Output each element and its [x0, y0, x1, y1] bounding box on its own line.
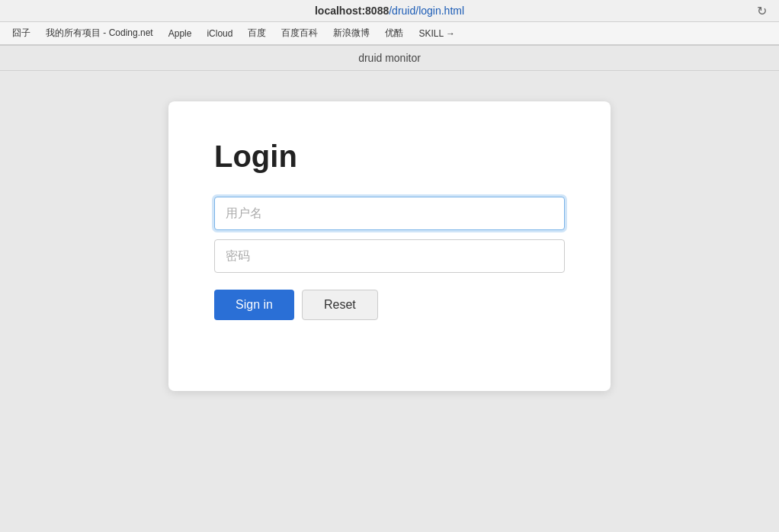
reload-icon[interactable]: ↻	[757, 4, 767, 18]
address-path: /druid/login.html	[389, 5, 464, 17]
password-input[interactable]	[214, 239, 565, 273]
bookmark-item[interactable]: 囧子	[6, 25, 37, 41]
login-form: Sign in Reset	[214, 197, 565, 320]
login-card: Login Sign in Reset	[168, 101, 611, 391]
signin-button[interactable]: Sign in	[214, 290, 294, 320]
bookmark-item[interactable]: iCloud	[200, 27, 239, 40]
bookmark-item[interactable]: 百度百科	[275, 25, 324, 41]
login-title: Login	[214, 139, 565, 174]
bookmark-item[interactable]: 优酷	[379, 25, 409, 41]
username-input[interactable]	[214, 197, 565, 230]
reset-button[interactable]: Reset	[302, 290, 378, 320]
browser-chrome: localhost:8088/druid/login.html ↻ 囧子 我的所…	[0, 0, 779, 46]
address-bar: localhost:8088/druid/login.html ↻	[0, 0, 779, 22]
page-content: Login Sign in Reset	[0, 71, 779, 513]
page-title-bar: druid monitor	[0, 46, 779, 71]
bookmark-item[interactable]: Apple	[162, 27, 198, 40]
page-title: druid monitor	[358, 52, 421, 64]
address-protocol: localhost:8088	[315, 5, 389, 17]
bookmark-item[interactable]: 新浪微博	[327, 25, 376, 41]
bookmarks-bar: 囧子 我的所有项目 - Coding.net Apple iCloud 百度 百…	[0, 22, 779, 45]
bookmark-item[interactable]: 我的所有项目 - Coding.net	[40, 25, 159, 41]
address-bar-text: localhost:8088/druid/login.html	[315, 5, 464, 17]
bookmark-item[interactable]: 百度	[242, 25, 272, 41]
bookmark-item[interactable]: SKILL →	[412, 27, 461, 40]
button-row: Sign in Reset	[214, 290, 565, 320]
